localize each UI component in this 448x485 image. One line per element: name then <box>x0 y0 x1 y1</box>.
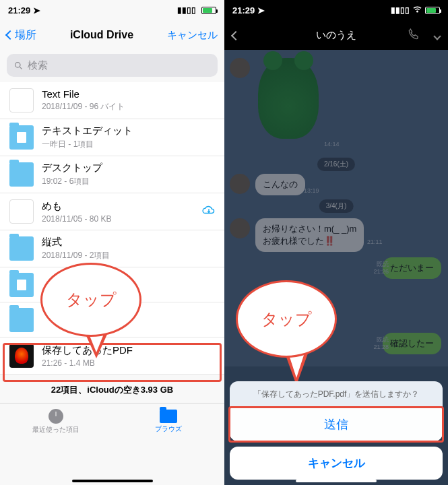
signal-icon: ▮▮▯▯ <box>177 5 196 15</box>
chevron-left-icon <box>5 30 15 40</box>
search-input[interactable]: 検索 <box>7 54 218 77</box>
chat-bubble-own[interactable]: ただいまー <box>383 257 441 279</box>
chat-bubble[interactable]: お帰りなさい！m(_ _)m お疲れ様でした‼️ <box>255 218 364 252</box>
timestamp: 14:14 <box>324 141 340 148</box>
folder-icon <box>9 308 34 332</box>
chat-bubble[interactable]: こんなの <box>255 174 305 195</box>
timestamp: 21:28 <box>373 344 389 350</box>
cancel-button[interactable]: キャンセル <box>167 29 218 42</box>
tab-recents[interactable]: 最近使った項目 <box>0 403 113 440</box>
status-bar: 21:29 ➤ ▮▮▯▯ <box>0 0 224 20</box>
folder-icon <box>9 162 34 187</box>
list-item[interactable]: Text File2018/11/09 - 96 バイト <box>0 82 224 119</box>
avatar[interactable] <box>230 174 250 194</box>
folder-icon <box>9 125 34 150</box>
folder-icon <box>9 273 34 297</box>
cloud-download-icon[interactable] <box>201 205 216 219</box>
list-item[interactable]: デスクトップ19:02 - 6項目 <box>0 156 224 193</box>
back-button[interactable] <box>232 30 239 41</box>
file-icon <box>9 199 34 224</box>
sheet-cancel-button[interactable]: キャンセル <box>230 447 443 480</box>
tab-bar: 最近使った項目 ブラウズ <box>0 403 224 440</box>
search-icon <box>13 61 24 71</box>
avatar[interactable] <box>230 58 250 78</box>
status-icons: ▮▮▯▯ <box>177 5 216 15</box>
home-indicator[interactable] <box>72 480 153 482</box>
timestamp: 21:11 <box>367 238 383 245</box>
annotation-callout: タップ <box>40 263 141 337</box>
location-icon: ➤ <box>33 5 40 15</box>
files-app-screen: 21:29 ➤ ▮▮▯▯ 場所 iCloud Drive キャンセル 検索 Te… <box>0 0 224 485</box>
timestamp: 13:19 <box>304 187 319 194</box>
chevron-left-icon <box>231 30 241 40</box>
folder-icon <box>9 236 34 261</box>
battery-icon <box>425 7 440 14</box>
tab-browse[interactable]: ブラウズ <box>113 403 225 440</box>
call-button[interactable] <box>408 28 420 42</box>
clock-icon <box>49 409 63 424</box>
svg-line-1 <box>20 67 22 69</box>
file-icon <box>9 88 34 112</box>
list-item[interactable]: テキストエディット一昨日 - 1項目 <box>0 119 224 156</box>
sheet-prompt: 「保存してあったPDF.pdf」を送信しますか？ <box>230 381 443 408</box>
send-button[interactable]: 送信 <box>230 408 443 441</box>
svg-point-0 <box>15 62 21 67</box>
nav-bar: 場所 iCloud Drive キャンセル <box>0 20 224 50</box>
nav-title: iCloud Drive <box>70 29 133 41</box>
chat-app-screen: 21:29 ➤ ▮▮▯▯ いのうえ 14:14 2/16(土) こんなの 13:… <box>224 0 448 485</box>
wifi-icon <box>412 5 422 15</box>
storage-footer: 22項目、iCloudの空き3.93 GB <box>0 375 224 403</box>
battery-icon <box>201 7 216 14</box>
signal-icon: ▮▮▯▯ <box>391 5 410 15</box>
timestamp: 21:26 <box>373 268 389 275</box>
status-bar: 21:29 ➤ ▮▮▯▯ <box>224 0 448 20</box>
menu-button[interactable] <box>435 30 440 41</box>
date-chip: 3/4(月) <box>319 199 354 213</box>
date-chip: 2/16(土) <box>317 158 355 171</box>
chevron-down-icon <box>433 32 441 40</box>
avatar[interactable] <box>230 218 250 238</box>
folder-icon <box>160 410 177 423</box>
back-button[interactable]: 場所 <box>7 28 36 42</box>
pdf-thumbnail <box>9 344 34 368</box>
chat-bubble-own[interactable]: 確認したー <box>383 333 441 354</box>
chat-title: いのうえ <box>316 29 356 42</box>
action-sheet: 「保存してあったPDF.pdf」を送信しますか？ 送信 キャンセル <box>224 381 448 485</box>
list-item[interactable]: めも2018/11/05 - 80 KB <box>0 193 224 230</box>
annotation-callout: タップ <box>236 280 337 358</box>
list-item[interactable]: 縦式2018/11/09 - 2項目 <box>0 230 224 267</box>
list-item-pdf[interactable]: 保存してあったPDF21:26 - 1.4 MB <box>0 337 224 375</box>
chat-nav-bar: いのうえ <box>224 20 448 50</box>
sticker-frog <box>258 58 319 139</box>
